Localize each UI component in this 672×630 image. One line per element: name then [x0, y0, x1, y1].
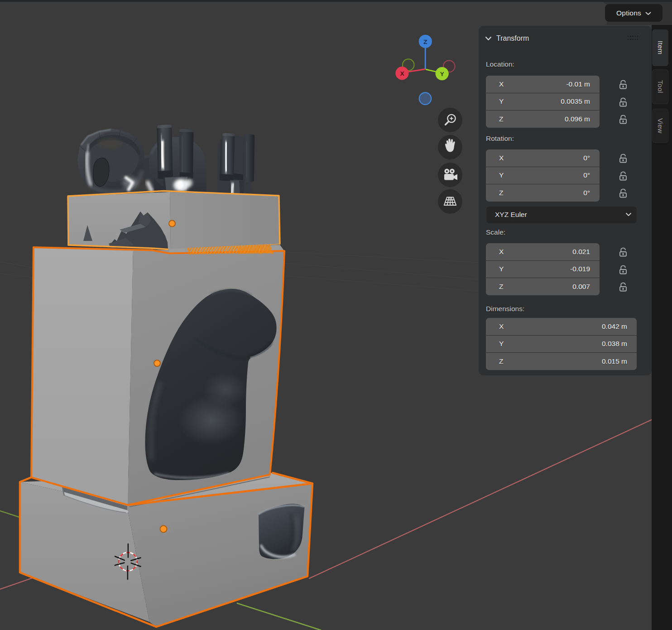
field-axis-label: X: [499, 322, 513, 331]
rotation-z-field[interactable]: Z 0°: [486, 184, 600, 202]
field-axis-label: Z: [499, 357, 513, 365]
tab-view-label: View: [657, 118, 664, 133]
unlock-icon[interactable]: [616, 263, 630, 276]
location-z-field[interactable]: Z 0.096 m: [486, 111, 600, 128]
rotation-y-field[interactable]: Y 0°: [486, 167, 600, 184]
gizmo-z-label: Z: [423, 38, 427, 45]
scale-x-field[interactable]: X 0.021: [486, 243, 600, 260]
scale-y-field[interactable]: Y -0.019: [486, 261, 600, 278]
location-fields: X -0.01 m Y 0.0035 m Z 0.096 m: [486, 76, 600, 128]
field-value: 0°: [583, 171, 590, 179]
field-axis-label: Y: [499, 265, 513, 273]
unlock-icon[interactable]: [616, 151, 630, 165]
zoom-button[interactable]: [438, 108, 462, 132]
scale-fields: X 0.021 Y -0.019 Z 0.007: [486, 243, 600, 295]
field-value: 0.0035 m: [561, 97, 590, 106]
tab-view[interactable]: View: [652, 109, 668, 143]
chevron-down-icon: [645, 12, 651, 15]
location-x-field[interactable]: X -0.01 m: [486, 76, 600, 93]
field-axis-label: X: [499, 248, 513, 256]
pan-button[interactable]: [438, 135, 462, 159]
box-top[interactable]: [68, 191, 280, 250]
field-axis-label: X: [499, 154, 513, 162]
field-value: -0.01 m: [566, 80, 590, 88]
dimensions-x-field[interactable]: X 0.042 m: [486, 318, 637, 335]
camera-button[interactable]: [438, 163, 462, 187]
tab-tool-label: Tool: [657, 80, 664, 93]
sidebar-panel: Transform Location: X -0.01 m Y 0.0035 m…: [479, 26, 652, 375]
field-value: -0.019: [570, 265, 590, 273]
field-value: 0.021: [572, 248, 590, 256]
field-value: 0.007: [572, 283, 590, 291]
field-value: 0.042 m: [602, 322, 627, 331]
chevron-down-icon: [625, 212, 632, 216]
rotation-mode-dropdown[interactable]: XYZ Euler: [486, 207, 637, 224]
unlock-icon[interactable]: [616, 280, 630, 293]
field-axis-label: Z: [499, 115, 513, 123]
origin-dot-middle[interactable]: [154, 360, 160, 366]
field-value: 0°: [583, 189, 590, 197]
rotation-label: Rotation:: [486, 135, 514, 143]
field-axis-label: Y: [499, 340, 513, 348]
scale-z-field[interactable]: Z 0.007: [486, 278, 600, 295]
rotation-locks: [616, 149, 630, 201]
window-top-edge: [0, 0, 672, 2]
field-value: 0.015 m: [602, 357, 627, 365]
field-axis-label: Y: [499, 97, 513, 106]
dimensions-label: Dimensions:: [486, 305, 524, 313]
gizmo-y-label: Y: [440, 71, 444, 77]
rotation-x-field[interactable]: X 0°: [486, 149, 600, 167]
options-button[interactable]: Options: [605, 4, 662, 22]
panel-collapse-chevron-icon[interactable]: [485, 36, 492, 41]
unlock-icon[interactable]: [616, 77, 630, 91]
scale-label: Scale:: [486, 228, 505, 236]
unlock-icon[interactable]: [616, 95, 630, 109]
location-y-field[interactable]: Y 0.0035 m: [486, 93, 600, 111]
unlock-icon[interactable]: [616, 169, 630, 183]
location-locks: [616, 76, 630, 127]
dimensions-z-field[interactable]: Z 0.015 m: [486, 353, 637, 370]
origin-dot-bottom[interactable]: [160, 526, 167, 533]
panel-title: Transform: [496, 34, 529, 43]
unlock-icon[interactable]: [616, 112, 630, 126]
rotation-fields: X 0° Y 0° Z 0°: [486, 149, 600, 202]
field-axis-label: X: [499, 80, 513, 88]
field-value: 0°: [583, 154, 590, 162]
panel-drag-grip[interactable]: [628, 36, 639, 40]
options-button-label: Options: [616, 9, 641, 17]
tab-tool[interactable]: Tool: [652, 69, 668, 104]
transform-panel-header[interactable]: Transform: [485, 33, 634, 44]
field-value: 0.038 m: [602, 340, 627, 348]
gizmo-x-label: X: [400, 70, 404, 77]
dimensions-y-field[interactable]: Y 0.038 m: [486, 336, 637, 353]
field-value: 0.096 m: [565, 115, 590, 123]
unlock-icon[interactable]: [616, 186, 630, 200]
dimensions-fields: X 0.042 m Y 0.038 m Z 0.015 m: [486, 318, 637, 370]
tab-item-label: Item: [657, 41, 664, 54]
grid-button[interactable]: [438, 189, 462, 214]
field-axis-label: Y: [499, 171, 513, 179]
origin-dot-top[interactable]: [169, 221, 175, 227]
blender-3d-viewport: Z X Y: [0, 0, 672, 630]
scale-locks: [616, 243, 630, 295]
location-label: Location:: [486, 60, 514, 68]
box-middle[interactable]: [31, 245, 284, 505]
metal-sculpture[interactable]: [77, 125, 254, 196]
gizmo-z-neg-ball[interactable]: [419, 92, 431, 104]
field-axis-label: Z: [499, 283, 513, 291]
tab-item[interactable]: Item: [652, 29, 668, 66]
rotation-mode-value: XYZ Euler: [495, 211, 527, 219]
field-axis-label: Z: [499, 189, 513, 197]
unlock-icon[interactable]: [616, 245, 630, 259]
